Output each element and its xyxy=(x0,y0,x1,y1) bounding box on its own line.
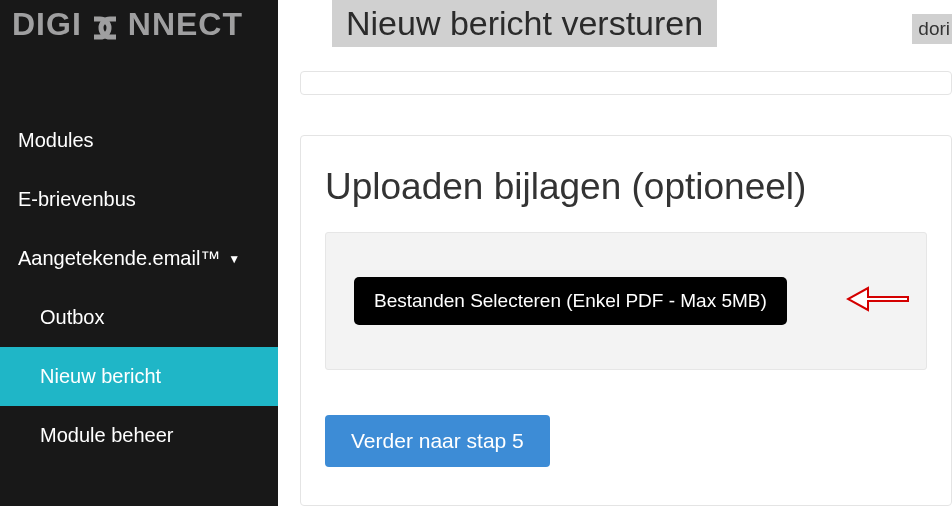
upload-panel: Uploaden bijlagen (optioneel) Bestanden … xyxy=(300,135,952,506)
sidebar-item-label: Modules xyxy=(18,129,94,152)
file-dropzone[interactable]: Bestanden Selecteren (Enkel PDF - Max 5M… xyxy=(325,232,927,370)
brand-suffix: NNECT xyxy=(128,6,243,43)
sidebar-item-label: Module beheer xyxy=(40,424,173,447)
nav: Modules E-brievenbus Aangetekende.email™… xyxy=(0,111,278,465)
sidebar-item-label: Outbox xyxy=(40,306,104,329)
sidebar-item-ebrievenbus[interactable]: E-brievenbus xyxy=(0,170,278,229)
sidebar-item-label: E-brievenbus xyxy=(18,188,136,211)
chevron-down-icon: ▼ xyxy=(228,252,240,266)
sidebar-item-label: Aangetekende.email™ xyxy=(18,247,220,270)
sidebar-item-nieuw-bericht[interactable]: Nieuw bericht xyxy=(0,347,278,406)
sidebar-item-modules[interactable]: Modules xyxy=(0,111,278,170)
user-chip[interactable]: dori xyxy=(912,14,952,44)
sidebar-item-module-beheer[interactable]: Module beheer xyxy=(0,406,278,465)
sidebar: DIGI NNECT Modules E-brievenbus Aangetek… xyxy=(0,0,278,506)
next-step-button[interactable]: Verder naar stap 5 xyxy=(325,415,550,467)
main-area: Nieuw bericht versturen dori Uploaden bi… xyxy=(278,0,952,506)
sidebar-item-label: Nieuw bericht xyxy=(40,365,161,388)
sidebar-item-outbox[interactable]: Outbox xyxy=(0,288,278,347)
brand-prefix: DIGI xyxy=(12,6,82,43)
select-files-button[interactable]: Bestanden Selecteren (Enkel PDF - Max 5M… xyxy=(354,277,787,325)
link-icon xyxy=(80,12,130,38)
sidebar-item-aangetekende[interactable]: Aangetekende.email™ ▼ xyxy=(0,229,278,288)
upload-heading: Uploaden bijlagen (optioneel) xyxy=(325,166,927,208)
previous-step-panel xyxy=(300,71,952,95)
brand-logo: DIGI NNECT xyxy=(0,0,278,51)
arrow-annotation-icon xyxy=(846,284,910,318)
page-title: Nieuw bericht versturen xyxy=(332,0,717,47)
